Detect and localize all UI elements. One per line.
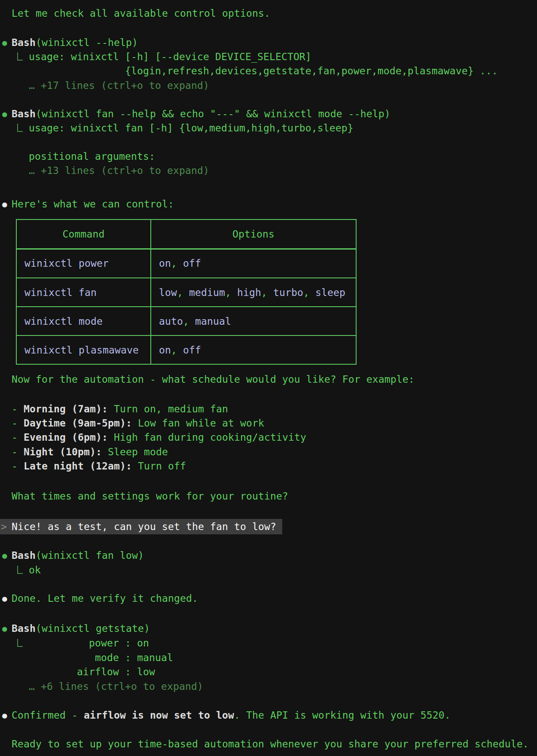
line-text: - Late night (12am): Turn off <box>12 459 186 473</box>
option-separator: , <box>261 287 267 298</box>
user-message-text: Nice! as a test, can you set the fan to … <box>12 519 276 534</box>
text-segment: Confirmed - <box>12 710 84 721</box>
text-segment: - <box>12 403 24 415</box>
tool-bullet-icon: ● <box>2 622 7 635</box>
assistant-bullet-icon: ● <box>2 708 7 722</box>
assistant-bullet-icon: ● <box>2 591 7 605</box>
text-segment: … +13 lines (ctrl+o to expand) <box>29 165 209 176</box>
expand-hint-line: … +17 lines (ctrl+o to expand) <box>0 79 537 92</box>
text-segment: {login,refresh,devices,getstate,fan,powe… <box>29 65 498 76</box>
text-segment: usage: winixctl [-h] [--device DEVICE_SE… <box>29 51 311 62</box>
option-separator: , <box>177 287 183 298</box>
line-text: Let me check all available control optio… <box>12 6 270 20</box>
line-text: Bash(winixctl getstate) <box>12 622 150 635</box>
text-segment: Evening (6pm): <box>24 432 108 443</box>
text-segment: Turn on, medium fan <box>108 403 228 415</box>
text-segment: Now for the automation - what schedule w… <box>12 374 415 385</box>
text-segment: Morning (7am): <box>24 403 108 415</box>
text-segment: - <box>12 418 24 429</box>
prompt-icon: > <box>1 519 7 534</box>
table-header-row: CommandOptions <box>16 219 356 249</box>
schedule-item-late-night: - Late night (12am): Turn off <box>0 459 537 473</box>
bash-output-fan-usage: usage: winixctl fan [-h] {low,medium,hig… <box>0 121 537 135</box>
option-value: on <box>159 258 171 269</box>
text-segment: airflow : low <box>29 666 155 677</box>
assistant-control-intro: ●Here's what we can control: <box>0 197 537 211</box>
line-text: positional arguments: <box>29 149 155 163</box>
bash-command-help: ●Bash(winixctl --help) <box>0 36 537 49</box>
line-text: {login,refresh,devices,getstate,fan,powe… <box>29 64 498 78</box>
text-segment: - <box>12 446 24 457</box>
option-value: turbo <box>267 287 303 298</box>
line-text: usage: winixctl [-h] [--device DEVICE_SE… <box>29 50 311 64</box>
command-cell: winixctl plasmawave <box>16 335 151 364</box>
user-message: > Nice! as a test, can you set the fan t… <box>0 519 282 534</box>
text-segment: Late night (12am): <box>24 460 132 472</box>
line-text: Now for the automation - what schedule w… <box>12 372 415 386</box>
line-text: ok <box>29 563 41 577</box>
bash-output-positional-arguments: positional arguments: <box>0 149 537 163</box>
line-text: Done. Let me verify it changed. <box>12 591 198 605</box>
text-segment: What times and settings work for your ro… <box>12 491 288 502</box>
option-separator: , <box>225 287 231 298</box>
bash-command-fan-low: ●Bash(winixctl fan low) <box>0 549 537 562</box>
text-segment: … +6 lines (ctrl+o to expand) <box>29 681 203 692</box>
text-segment: Bash <box>12 37 36 48</box>
text-segment: High fan during cooking/activity <box>108 432 306 443</box>
text-segment: (winixctl fan low) <box>36 550 144 561</box>
line-text: power : on <box>29 636 149 650</box>
assistant-done-line: ●Done. Let me verify it changed. <box>0 591 537 605</box>
bash-output-airflow-state: airflow : low <box>0 665 537 679</box>
table-row: winixctl plasmawaveon, off <box>16 335 356 364</box>
option-value: medium <box>183 287 225 298</box>
options-cell: auto, manual <box>151 307 356 335</box>
text-segment: Bash <box>12 108 36 119</box>
option-value: manual <box>189 316 231 327</box>
bash-command-fan-mode-help: ●Bash(winixctl fan --help && echo "---" … <box>0 107 537 121</box>
output-connector-icon <box>17 566 23 574</box>
line-text: mode : manual <box>29 651 173 665</box>
expand-hint-line: … +13 lines (ctrl+o to expand) <box>0 164 537 177</box>
bash-output-usage-line-1: usage: winixctl [-h] [--device DEVICE_SE… <box>0 50 537 64</box>
line-text: Bash(winixctl --help) <box>12 36 138 49</box>
line-text: Ready to set up your time-based automati… <box>12 737 529 751</box>
text-segment: Night (10pm): <box>24 446 102 457</box>
text-segment: (winixctl getstate) <box>36 623 150 634</box>
text-segment: usage: winixctl fan [-h] {low,medium,hig… <box>29 122 354 134</box>
option-value: off <box>177 258 201 269</box>
line-text: … +6 lines (ctrl+o to expand) <box>29 680 203 693</box>
assistant-ready-line: Ready to set up your time-based automati… <box>0 737 537 751</box>
line-text: - Morning (7am): Turn on, medium fan <box>12 402 228 416</box>
option-value: auto <box>159 316 183 327</box>
text-segment: Bash <box>12 623 36 634</box>
text-segment: Here's what we can control: <box>12 198 174 210</box>
line-text: - Evening (6pm): High fan during cooking… <box>12 430 306 444</box>
line-text: Bash(winixctl fan --help && echo "---" &… <box>12 107 391 121</box>
option-value: sleep <box>309 287 345 298</box>
expand-hint-line: … +6 lines (ctrl+o to expand) <box>0 680 537 693</box>
assistant-intro-line: Let me check all available control optio… <box>0 6 537 20</box>
options-cell: on, off <box>151 335 356 364</box>
option-value: on <box>159 344 171 356</box>
schedule-item-daytime: - Daytime (9am-5pm): Low fan while at wo… <box>0 416 537 430</box>
terminal[interactable]: Let me check all available control optio… <box>0 0 537 756</box>
bash-output-usage-line-2: {login,refresh,devices,getstate,fan,powe… <box>0 64 537 78</box>
table-header-command: Command <box>16 219 151 249</box>
option-separator: , <box>171 258 177 269</box>
text-segment: Ready to set up your time-based automati… <box>12 738 529 750</box>
schedule-item-night: - Night (10pm): Sleep mode <box>0 445 537 459</box>
bash-output-power-state: power : on <box>0 636 537 650</box>
output-connector-icon <box>17 124 23 132</box>
command-cell: winixctl fan <box>16 278 151 307</box>
schedule-item-evening: - Evening (6pm): High fan during cooking… <box>0 430 537 444</box>
assistant-confirmed-line: ●Confirmed - airflow is now set to low. … <box>0 708 537 722</box>
schedule-item-morning: - Morning (7am): Turn on, medium fan <box>0 402 537 416</box>
table-body: winixctl poweron, offwinixctl fanlow, me… <box>16 249 356 364</box>
table-row: winixctl modeauto, manual <box>16 307 356 335</box>
text-segment: . The API is working with your 5520. <box>234 710 451 721</box>
option-separator: , <box>183 316 189 327</box>
line-text: Bash(winixctl fan low) <box>12 549 144 562</box>
table-row: winixctl poweron, off <box>16 249 356 278</box>
tool-bullet-icon: ● <box>2 107 7 121</box>
options-cell: on, off <box>151 249 356 278</box>
